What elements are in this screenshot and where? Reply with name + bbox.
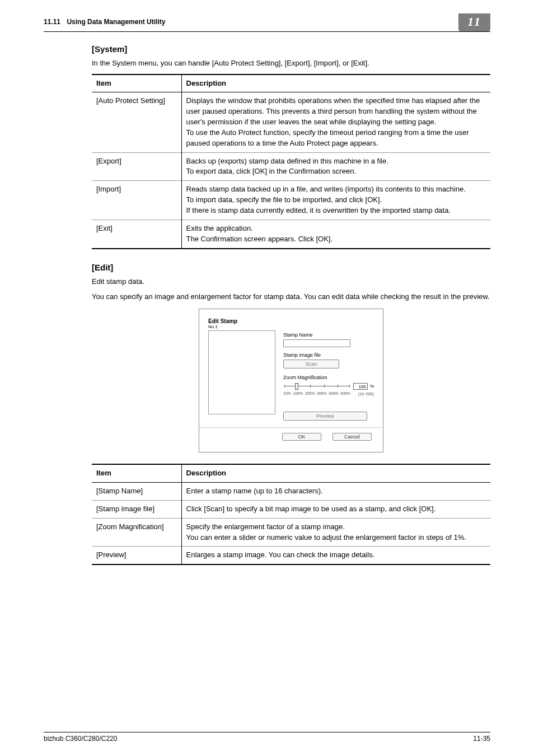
table-row: [Auto Protect Setting] Displays the wind…	[92, 92, 490, 152]
table-row: [Stamp Name] Enter a stamp name (up to 1…	[92, 483, 490, 501]
header-section-number: 11.11	[44, 18, 60, 26]
system-item-3: [Exit]	[92, 220, 181, 248]
stamp-image-file-label: Stamp image file	[283, 352, 374, 359]
zoom-unit: %	[370, 383, 374, 389]
footer-model: bizhub C360/C280/C220	[44, 735, 117, 743]
cancel-button[interactable]: Cancel	[332, 433, 372, 441]
edit-item-1: [Stamp image file]	[92, 500, 181, 518]
dialog-preview-area	[208, 330, 275, 414]
edit-table: Item Description [Stamp Name] Enter a st…	[92, 464, 490, 565]
stamp-name-input[interactable]	[283, 339, 350, 347]
edit-desc-3: Enlarges a stamp image. You can check th…	[181, 547, 490, 564]
header-section-title: Using Data Management Utility	[67, 18, 165, 26]
table-head-desc: Description	[181, 464, 490, 482]
system-desc-2: Reads stamp data backed up in a file, an…	[181, 181, 490, 220]
zoom-magnification-label: Zoom Magnification	[283, 374, 374, 381]
edit-desc-2: Specify the enlargement factor of a stam…	[181, 518, 490, 547]
edit-item-0: [Stamp Name]	[92, 483, 181, 501]
edit-desc-1: Click [Scan] to specify a bit map image …	[181, 500, 490, 518]
table-row: [Zoom Magnification] Specify the enlarge…	[92, 518, 490, 547]
dialog-title: Edit Stamp	[208, 318, 374, 324]
zoom-slider[interactable]	[283, 382, 351, 390]
table-head-item: Item	[92, 74, 181, 92]
running-header: 11.11 Using Data Management Utility 11	[44, 13, 490, 32]
system-item-2: [Import]	[92, 181, 181, 220]
system-heading: [System]	[92, 44, 490, 54]
ok-button[interactable]: OK	[282, 433, 321, 441]
table-head-item: Item	[92, 464, 181, 482]
edit-item-3: [Preview]	[92, 547, 181, 564]
edit-intro-1: Edit stamp data.	[92, 277, 490, 287]
edit-desc-0: Enter a stamp name (up to 16 characters)…	[181, 483, 490, 501]
system-item-0: [Auto Protect Setting]	[92, 92, 181, 152]
edit-item-2: [Zoom Magnification]	[92, 518, 181, 547]
edit-intro-2: You can specify an image and enlargement…	[92, 292, 490, 302]
system-desc-3: Exits the application. The Confirmation …	[181, 220, 490, 248]
system-table: Item Description [Auto Protect Setting] …	[92, 74, 490, 249]
system-desc-0: Displays the window that prohibits opera…	[181, 92, 490, 152]
table-row: [Export] Backs up (exports) stamp data d…	[92, 152, 490, 181]
table-row: [Preview] Enlarges a stamp image. You ca…	[92, 547, 490, 564]
footer-page: 11-35	[473, 735, 490, 743]
scan-button[interactable]: Scan	[283, 360, 339, 369]
system-item-1: [Export]	[92, 152, 181, 181]
edit-stamp-dialog: Edit Stamp No.1 Stamp Name Stamp image f…	[199, 309, 383, 453]
zoom-value-input[interactable]: 100	[353, 383, 368, 390]
system-intro: In the System menu, you can handle [Auto…	[92, 58, 490, 68]
table-row: [Exit] Exits the application. The Confir…	[92, 220, 490, 248]
system-desc-1: Backs up (exports) stamp data defined in…	[181, 152, 490, 181]
dialog-subtitle: No.1	[208, 324, 374, 329]
page-footer: bizhub C360/C280/C220 11-35	[44, 732, 490, 743]
preview-button[interactable]: Preview	[283, 412, 367, 421]
table-row: [Import] Reads stamp data backed up in a…	[92, 181, 490, 220]
chapter-badge: 11	[458, 13, 490, 31]
table-head-desc: Description	[181, 74, 490, 92]
stamp-name-label: Stamp Name	[283, 332, 374, 339]
table-row: [Stamp image file] Click [Scan] to speci…	[92, 500, 490, 518]
edit-heading: [Edit]	[92, 263, 490, 272]
